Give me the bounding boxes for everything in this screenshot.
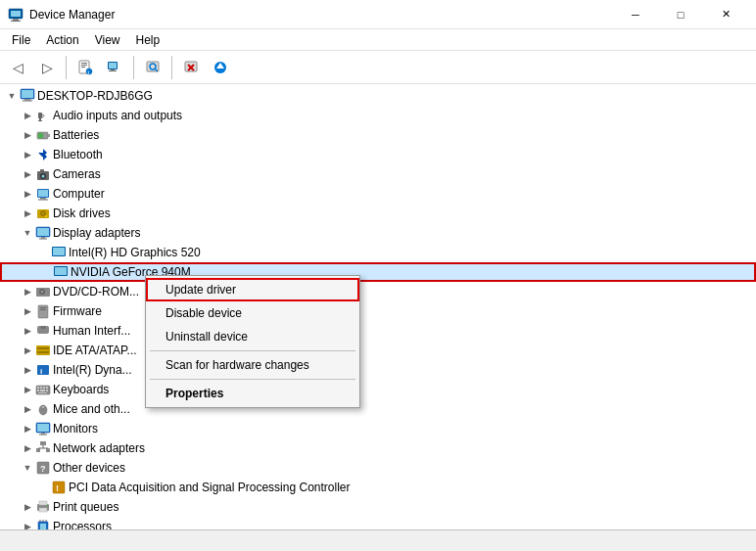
tree-item-batteries[interactable]: ▶ Batteries	[0, 125, 756, 145]
svg-point-43	[42, 212, 44, 214]
svg-rect-38	[38, 190, 48, 197]
tree-item-hid[interactable]: ▶ Human Interf...	[0, 321, 756, 341]
audio-icon	[35, 108, 51, 123]
tree-item-bluetooth[interactable]: ▶ Bluetooth	[0, 145, 756, 164]
display-expand-icon: ▼	[20, 225, 35, 241]
menu-view[interactable]: View	[87, 29, 128, 51]
maximize-button[interactable]: □	[658, 0, 703, 29]
dvd-label: DVD/CD-ROM...	[53, 285, 139, 298]
scan-changes-button[interactable]	[139, 54, 166, 81]
svg-rect-52	[55, 267, 67, 275]
tree-item-processors[interactable]: ▶ Processors	[0, 517, 756, 529]
svg-rect-96	[46, 505, 48, 506]
toolbar-separator-2	[133, 56, 134, 79]
update-driver-button[interactable]	[207, 54, 234, 81]
ctx-separator-2	[150, 379, 355, 380]
tree-item-other-devices[interactable]: ▼ ? Other devices	[0, 458, 756, 478]
uninstall-button[interactable]	[177, 54, 205, 81]
tree-item-intel-graphics[interactable]: ▶ Intel(R) HD Graphics 520	[0, 243, 756, 262]
svg-rect-63	[37, 347, 49, 349]
svg-rect-12	[111, 69, 115, 70]
ide-expand-icon: ▶	[20, 343, 35, 358]
svg-rect-80	[37, 424, 49, 432]
minimize-button[interactable]: ─	[613, 0, 658, 29]
tree-item-mice[interactable]: ▶ Mice and oth...	[0, 399, 756, 419]
tree-item-ide[interactable]: ▶ IDE ATA/ATAP...	[0, 341, 756, 360]
other-icon: ?	[35, 460, 51, 476]
tree-item-display-adapters[interactable]: ▼ Display adapters	[0, 223, 756, 243]
svg-rect-39	[40, 198, 46, 200]
title-bar: Device Manager ─ □ ✕	[0, 0, 756, 29]
svg-rect-13	[109, 70, 117, 71]
monitors-expand-icon: ▶	[20, 421, 35, 436]
forward-button[interactable]: ▷	[33, 54, 61, 81]
hid-expand-icon: ▶	[20, 323, 35, 339]
tree-item-audio[interactable]: ▶ Audio inputs and outputs	[0, 106, 756, 125]
menu-help[interactable]: Help	[128, 29, 168, 51]
keyboards-expand-icon: ▶	[20, 382, 35, 397]
ctx-scan-hardware[interactable]: Scan for hardware changes	[146, 353, 359, 377]
svg-rect-71	[46, 387, 48, 389]
firmware-icon	[35, 303, 51, 319]
svg-point-78	[42, 406, 44, 408]
disk-drives-label: Disk drives	[53, 207, 111, 220]
svg-rect-40	[38, 200, 48, 201]
tree-item-pci[interactable]: ▶ ! PCI Data Acquisition and Signal Proc…	[0, 478, 756, 497]
tree-item-dvd[interactable]: ▶ DVD/CD-ROM...	[0, 282, 756, 301]
bluetooth-label: Bluetooth	[53, 148, 103, 161]
ctx-uninstall-device[interactable]: Uninstall device	[146, 325, 359, 348]
processors-label: Processors	[53, 520, 112, 529]
svg-rect-28	[38, 120, 42, 121]
svg-rect-62	[36, 345, 50, 355]
tree-item-firmware[interactable]: ▶ Firmware	[0, 301, 756, 321]
svg-rect-31	[38, 133, 43, 138]
tree-item-print[interactable]: ▶ Print queues	[0, 497, 756, 517]
close-button[interactable]: ✕	[703, 0, 748, 29]
svg-rect-36	[40, 169, 44, 171]
tree-item-computer[interactable]: ▶ Computer	[0, 184, 756, 204]
svg-rect-57	[40, 307, 46, 308]
show-properties-button[interactable]: i	[71, 54, 99, 81]
mice-icon	[35, 401, 51, 417]
tree-item-intel-dynamic[interactable]: ▶ i Intel(R) Dyna...	[0, 360, 756, 380]
device-tree[interactable]: ▼ DESKTOP-RDJB6GG ▶	[0, 84, 756, 529]
svg-text:i: i	[40, 367, 42, 376]
pci-icon: !	[51, 480, 67, 495]
back-button[interactable]: ◁	[4, 54, 31, 81]
svg-rect-75	[38, 392, 47, 393]
menu-file[interactable]: File	[4, 29, 38, 51]
cameras-icon	[35, 166, 51, 182]
svg-rect-47	[41, 237, 45, 239]
svg-rect-56	[38, 305, 48, 318]
bluetooth-expand-icon: ▶	[20, 147, 35, 162]
ctx-properties[interactable]: Properties	[146, 382, 359, 405]
tree-item-disk-drives[interactable]: ▶ Disk drives	[0, 204, 756, 223]
audio-expand-icon: ▶	[20, 108, 35, 123]
tree-item-keyboards[interactable]: ▶ Keyboards	[0, 380, 756, 399]
window-title: Device Manager	[29, 8, 613, 22]
status-bar	[0, 529, 756, 551]
svg-rect-64	[37, 351, 49, 353]
intel-dyn-expand-icon: ▶	[20, 362, 35, 378]
svg-rect-26	[38, 113, 42, 118]
svg-rect-3	[11, 21, 21, 22]
monitors-icon	[35, 421, 51, 436]
cameras-label: Cameras	[53, 167, 101, 181]
tree-item-network[interactable]: ▶ Network adapters	[0, 438, 756, 458]
tree-item-nvidia[interactable]: ▶ NVIDIA GeForce 940M	[0, 262, 756, 282]
intel-dynamic-label: Intel(R) Dyna...	[53, 363, 132, 377]
computer-icon	[35, 186, 51, 202]
svg-rect-1	[11, 11, 21, 17]
ctx-disable-device[interactable]: Disable device	[146, 301, 359, 325]
device-manager-button[interactable]	[101, 54, 128, 81]
svg-rect-74	[46, 390, 48, 391]
hid-label: Human Interf...	[53, 324, 130, 338]
tree-item-monitors[interactable]: ▶ Monitors	[0, 419, 756, 438]
tree-item-cameras[interactable]: ▶ Cameras	[0, 164, 756, 184]
svg-rect-23	[22, 90, 33, 98]
ctx-update-driver[interactable]: Update driver	[146, 278, 359, 301]
keyboards-label: Keyboards	[53, 383, 109, 396]
menu-action[interactable]: Action	[38, 29, 86, 51]
network-icon	[35, 440, 51, 456]
tree-root[interactable]: ▼ DESKTOP-RDJB6GG	[0, 86, 756, 106]
